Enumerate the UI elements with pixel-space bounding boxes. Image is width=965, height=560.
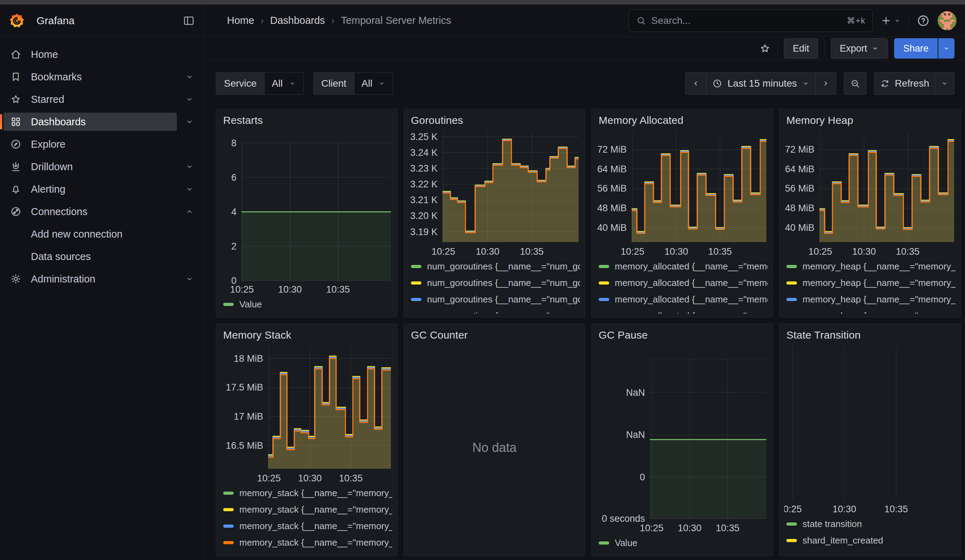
edit-button[interactable]: Edit	[784, 38, 818, 59]
legend-item: Value	[599, 535, 768, 551]
svg-text:10:30: 10:30	[678, 523, 702, 533]
sidebar-row-home: Home	[0, 43, 202, 65]
legend: state transitionshard_item_created	[784, 516, 955, 552]
legend-label[interactable]: shard_item_created	[803, 535, 883, 546]
panel-state-transition: State Transition0:2510:3010:35state tran…	[779, 323, 961, 556]
legend-marker	[599, 298, 609, 301]
filter-value-dropdown[interactable]: All	[354, 73, 393, 95]
refresh-button[interactable]: Refresh	[874, 72, 935, 95]
legend-label[interactable]: memory_heap {__name__="memory_h	[803, 310, 955, 314]
add-button[interactable]	[880, 15, 901, 26]
panel-title[interactable]: Restarts	[221, 113, 392, 128]
legend-label[interactable]: num_goroutines {__name__="num_go	[427, 294, 580, 305]
filter-value-dropdown[interactable]: All	[264, 73, 303, 95]
svg-text:NaN: NaN	[626, 387, 645, 398]
legend-label[interactable]: Value	[239, 299, 262, 310]
plus-icon	[880, 15, 891, 26]
panel-title[interactable]: GC Counter	[409, 327, 580, 343]
panel-goroutines: Goroutines3.25 K3.24 K3.23 K3.22 K3.21 K…	[404, 109, 585, 318]
sidebar-expand-dashboards[interactable]	[177, 113, 202, 131]
sidebar-item-data-sources[interactable]: Data sources	[3, 247, 202, 266]
panel-gc-counter: GC CounterNo data	[404, 323, 585, 556]
sidebar-item-label: Bookmarks	[31, 71, 82, 83]
legend-label[interactable]: memory_allocated {__name__="memo	[615, 310, 768, 314]
mega-menu-toggle-button[interactable]	[183, 15, 195, 27]
search-input-wrapper[interactable]: ⌘+k	[628, 10, 873, 32]
sidebar-item-connections[interactable]: Connections	[3, 202, 177, 221]
legend-label[interactable]: memory_stack {__name__="memory_s	[239, 504, 392, 515]
panel-title[interactable]: Memory Stack	[221, 327, 392, 343]
sidebar-item-bookmarks[interactable]: Bookmarks	[3, 68, 177, 86]
time-range-button[interactable]: Last 15 minutes	[707, 72, 816, 95]
chart-restarts: 0246810:2510:3010:35	[221, 128, 393, 296]
search-input[interactable]	[651, 15, 842, 26]
sidebar-expand-bookmarks[interactable]	[177, 68, 202, 86]
sidebar-expand-alerting[interactable]	[177, 180, 202, 198]
svg-text:10:25: 10:25	[432, 247, 455, 257]
legend-label[interactable]: memory_allocated {__name__="memo	[615, 294, 768, 305]
favorite-star-button[interactable]	[759, 42, 771, 54]
time-back-button[interactable]	[685, 72, 707, 95]
legend: num_goroutines {__name__="num_gonum_goro…	[409, 258, 580, 314]
sidebar-expand-administration[interactable]	[177, 270, 202, 288]
legend-label[interactable]: memory_allocated {__name__="memo	[615, 278, 768, 289]
panel-title[interactable]: Memory Heap	[784, 113, 955, 128]
legend-label[interactable]: memory_stack {__name__="memory_s	[239, 521, 392, 532]
time-forward-button[interactable]	[816, 72, 836, 95]
sidebar-row-explore: Explore	[0, 133, 202, 155]
dashboard-toolbar: Edit Export Share	[204, 37, 965, 60]
avatar[interactable]	[938, 11, 957, 30]
legend-marker	[223, 541, 234, 544]
filter-service: ServiceAll	[216, 72, 304, 95]
share-options-button[interactable]	[938, 38, 955, 59]
refresh-interval-button[interactable]	[935, 72, 955, 95]
panel-title[interactable]: Goroutines	[409, 113, 580, 128]
sidebar-item-drilldown[interactable]: Drilldown	[3, 158, 177, 176]
svg-text:3.21 K: 3.21 K	[410, 195, 438, 205]
zoom-out-button[interactable]	[844, 72, 867, 95]
legend-label[interactable]: num_goroutines {__name__="num_go	[427, 278, 580, 289]
help-button[interactable]	[917, 14, 930, 28]
svg-text:3.22 K: 3.22 K	[410, 179, 438, 189]
svg-text:10:25: 10:25	[621, 247, 644, 257]
legend-label[interactable]: memory_stack {__name__="memory_s	[239, 537, 392, 548]
breadcrumb-item[interactable]: Dashboards	[270, 15, 325, 26]
legend-label[interactable]: num_goroutines {__name__="num_go	[427, 261, 580, 272]
sidebar-expand-connections[interactable]	[177, 202, 202, 221]
panel-title[interactable]: GC Pause	[597, 327, 768, 343]
export-button[interactable]: Export	[831, 38, 888, 59]
legend-label[interactable]: memory_allocated {__name__="memo	[615, 261, 768, 272]
legend-label[interactable]: memory_heap {__name__="memory_h	[803, 261, 955, 272]
svg-text:64 MiB: 64 MiB	[597, 164, 627, 175]
svg-text:6: 6	[231, 172, 237, 183]
sidebar-item-dashboards[interactable]: Dashboards	[3, 113, 177, 131]
sidebar-expand-drilldown[interactable]	[177, 158, 202, 176]
svg-text:3.19 K: 3.19 K	[410, 227, 438, 237]
legend-label[interactable]: memory_heap {__name__="memory_h	[803, 278, 955, 289]
share-button[interactable]: Share	[894, 38, 938, 59]
sidebar-item-explore[interactable]: Explore	[3, 135, 202, 153]
breadcrumb-item[interactable]: Home	[227, 15, 254, 26]
sidebar-item-administration[interactable]: Administration	[3, 270, 177, 288]
legend-label[interactable]: memory_stack {__name__="memory_s	[239, 488, 392, 499]
legend-label[interactable]: state transition	[803, 519, 862, 529]
legend-item: memory_allocated {__name__="memo	[599, 291, 768, 308]
legend-item: memory_heap {__name__="memory_h	[787, 258, 955, 275]
legend-item: memory_stack {__name__="memory_s	[223, 518, 392, 534]
legend-marker	[223, 524, 234, 528]
legend-label[interactable]: Value	[615, 537, 638, 549]
sidebar-item-label: Connections	[31, 206, 87, 217]
legend-label[interactable]: num_goroutines {__name__="num_go	[427, 310, 580, 314]
legend-label[interactable]: memory_heap {__name__="memory_h	[803, 294, 955, 305]
svg-text:10:35: 10:35	[884, 504, 908, 514]
chevron-down-icon	[185, 117, 194, 126]
sidebar-item-home[interactable]: Home	[3, 45, 202, 64]
panel-title[interactable]: State Transition	[784, 327, 955, 343]
sidebar-item-alerting[interactable]: Alerting	[3, 180, 177, 198]
sidebar-expand-starred[interactable]	[177, 90, 202, 108]
panel-title[interactable]: Memory Allocated	[597, 113, 768, 128]
sidebar-item-starred[interactable]: Starred	[3, 90, 177, 108]
sidebar-item-add-new-connection[interactable]: Add new connection	[3, 225, 202, 243]
chevron-down-icon	[871, 44, 879, 52]
star-icon	[759, 42, 771, 54]
